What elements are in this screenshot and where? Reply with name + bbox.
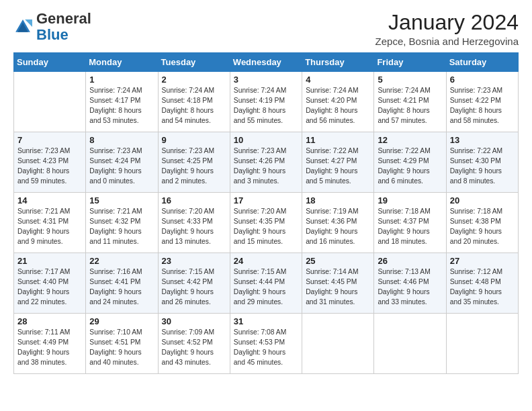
day-detail: Sunrise: 7:10 AMSunset: 4:51 PMDaylight:… (89, 328, 154, 368)
logo-blue: Blue (36, 26, 69, 43)
day-cell: 10Sunrise: 7:23 AMSunset: 4:26 PMDayligh… (230, 132, 302, 193)
day-cell: 30Sunrise: 7:09 AMSunset: 4:52 PMDayligh… (158, 314, 230, 374)
week-row-4: 28Sunrise: 7:11 AMSunset: 4:49 PMDayligh… (14, 314, 519, 374)
day-number: 6 (450, 75, 515, 85)
day-detail: Sunrise: 7:24 AMSunset: 4:21 PMDaylight:… (378, 86, 442, 126)
day-cell: 25Sunrise: 7:14 AMSunset: 4:45 PMDayligh… (302, 253, 374, 314)
day-cell: 13Sunrise: 7:22 AMSunset: 4:30 PMDayligh… (446, 132, 518, 193)
day-cell: 24Sunrise: 7:15 AMSunset: 4:44 PMDayligh… (230, 253, 302, 314)
day-number: 24 (234, 256, 298, 266)
day-cell: 29Sunrise: 7:10 AMSunset: 4:51 PMDayligh… (86, 314, 158, 374)
day-number: 12 (378, 135, 442, 145)
day-number: 10 (234, 135, 298, 145)
day-detail: Sunrise: 7:21 AMSunset: 4:31 PMDaylight:… (17, 207, 82, 247)
day-number: 25 (306, 256, 370, 266)
day-detail: Sunrise: 7:18 AMSunset: 4:37 PMDaylight:… (378, 207, 442, 247)
day-number: 16 (162, 195, 226, 205)
day-cell: 28Sunrise: 7:11 AMSunset: 4:49 PMDayligh… (14, 314, 86, 374)
col-thursday: Thursday (302, 53, 374, 72)
day-number: 17 (234, 195, 298, 205)
day-number: 5 (378, 75, 442, 85)
logo: General Blue (13, 11, 91, 43)
calendar-body: 1Sunrise: 7:24 AMSunset: 4:17 PMDaylight… (14, 72, 519, 374)
day-cell: 20Sunrise: 7:18 AMSunset: 4:38 PMDayligh… (446, 193, 518, 253)
day-detail: Sunrise: 7:08 AMSunset: 4:53 PMDaylight:… (234, 328, 298, 368)
day-number: 2 (162, 75, 226, 85)
day-detail: Sunrise: 7:22 AMSunset: 4:29 PMDaylight:… (378, 146, 442, 187)
day-cell: 15Sunrise: 7:21 AMSunset: 4:32 PMDayligh… (86, 193, 158, 253)
day-cell: 26Sunrise: 7:13 AMSunset: 4:46 PMDayligh… (374, 253, 446, 314)
day-cell: 8Sunrise: 7:23 AMSunset: 4:24 PMDaylight… (86, 132, 158, 193)
col-tuesday: Tuesday (158, 53, 230, 72)
day-cell: 21Sunrise: 7:17 AMSunset: 4:40 PMDayligh… (14, 253, 86, 314)
day-detail: Sunrise: 7:24 AMSunset: 4:20 PMDaylight:… (306, 86, 370, 126)
week-row-1: 7Sunrise: 7:23 AMSunset: 4:23 PMDaylight… (14, 132, 519, 193)
day-detail: Sunrise: 7:23 AMSunset: 4:22 PMDaylight:… (450, 86, 515, 126)
week-row-3: 21Sunrise: 7:17 AMSunset: 4:40 PMDayligh… (14, 253, 519, 314)
day-detail: Sunrise: 7:22 AMSunset: 4:30 PMDaylight:… (450, 146, 515, 187)
day-number: 29 (89, 316, 154, 326)
day-cell: 7Sunrise: 7:23 AMSunset: 4:23 PMDaylight… (14, 132, 86, 193)
day-detail: Sunrise: 7:23 AMSunset: 4:26 PMDaylight:… (234, 146, 298, 187)
col-wednesday: Wednesday (230, 53, 302, 72)
day-detail: Sunrise: 7:17 AMSunset: 4:40 PMDaylight:… (17, 267, 82, 308)
day-cell: 6Sunrise: 7:23 AMSunset: 4:22 PMDaylight… (446, 72, 518, 132)
header-row: Sunday Monday Tuesday Wednesday Thursday… (14, 53, 519, 72)
day-number: 3 (234, 75, 298, 85)
day-cell: 19Sunrise: 7:18 AMSunset: 4:37 PMDayligh… (374, 193, 446, 253)
day-number: 23 (162, 256, 226, 266)
day-detail: Sunrise: 7:19 AMSunset: 4:36 PMDaylight:… (306, 207, 370, 247)
day-cell: 11Sunrise: 7:22 AMSunset: 4:27 PMDayligh… (302, 132, 374, 193)
day-cell: 22Sunrise: 7:16 AMSunset: 4:41 PMDayligh… (86, 253, 158, 314)
col-friday: Friday (374, 53, 446, 72)
day-cell: 4Sunrise: 7:24 AMSunset: 4:20 PMDaylight… (302, 72, 374, 132)
day-number: 14 (17, 195, 82, 205)
day-number: 8 (89, 135, 154, 145)
day-number: 27 (450, 256, 515, 266)
page: General Blue January 2024 Zepce, Bosnia … (0, 0, 532, 385)
day-detail: Sunrise: 7:15 AMSunset: 4:42 PMDaylight:… (162, 267, 226, 308)
calendar-header: Sunday Monday Tuesday Wednesday Thursday… (14, 53, 519, 72)
day-detail: Sunrise: 7:12 AMSunset: 4:48 PMDaylight:… (450, 267, 515, 308)
day-number: 4 (306, 75, 370, 85)
day-detail: Sunrise: 7:21 AMSunset: 4:32 PMDaylight:… (89, 207, 154, 247)
location-subtitle: Zepce, Bosnia and Herzegovina (375, 36, 519, 47)
day-number: 7 (17, 135, 82, 145)
day-cell (446, 314, 518, 374)
day-cell (302, 314, 374, 374)
day-detail: Sunrise: 7:15 AMSunset: 4:44 PMDaylight:… (234, 267, 298, 308)
day-detail: Sunrise: 7:11 AMSunset: 4:49 PMDaylight:… (17, 328, 82, 368)
day-detail: Sunrise: 7:13 AMSunset: 4:46 PMDaylight:… (378, 267, 442, 308)
day-number: 1 (89, 75, 154, 85)
day-cell: 18Sunrise: 7:19 AMSunset: 4:36 PMDayligh… (302, 193, 374, 253)
day-detail: Sunrise: 7:24 AMSunset: 4:19 PMDaylight:… (234, 86, 298, 126)
day-number: 19 (378, 195, 442, 205)
day-number: 28 (17, 316, 82, 326)
day-cell: 5Sunrise: 7:24 AMSunset: 4:21 PMDaylight… (374, 72, 446, 132)
day-detail: Sunrise: 7:09 AMSunset: 4:52 PMDaylight:… (162, 328, 226, 368)
day-cell: 12Sunrise: 7:22 AMSunset: 4:29 PMDayligh… (374, 132, 446, 193)
day-cell: 16Sunrise: 7:20 AMSunset: 4:33 PMDayligh… (158, 193, 230, 253)
day-detail: Sunrise: 7:23 AMSunset: 4:24 PMDaylight:… (89, 146, 154, 187)
col-sunday: Sunday (14, 53, 86, 72)
day-cell: 3Sunrise: 7:24 AMSunset: 4:19 PMDaylight… (230, 72, 302, 132)
day-cell: 1Sunrise: 7:24 AMSunset: 4:17 PMDaylight… (86, 72, 158, 132)
title-block: January 2024 Zepce, Bosnia and Herzegovi… (375, 11, 519, 47)
col-saturday: Saturday (446, 53, 518, 72)
day-number: 18 (306, 195, 370, 205)
day-cell: 9Sunrise: 7:23 AMSunset: 4:25 PMDaylight… (158, 132, 230, 193)
day-detail: Sunrise: 7:20 AMSunset: 4:33 PMDaylight:… (162, 207, 226, 247)
day-cell: 31Sunrise: 7:08 AMSunset: 4:53 PMDayligh… (230, 314, 302, 374)
logo-text: General Blue (36, 11, 91, 43)
logo-general: General (36, 10, 91, 27)
day-cell (374, 314, 446, 374)
col-monday: Monday (86, 53, 158, 72)
day-number: 13 (450, 135, 515, 145)
day-number: 20 (450, 195, 515, 205)
day-number: 9 (162, 135, 226, 145)
calendar-table: Sunday Monday Tuesday Wednesday Thursday… (13, 52, 519, 374)
day-cell: 2Sunrise: 7:24 AMSunset: 4:18 PMDaylight… (158, 72, 230, 132)
day-detail: Sunrise: 7:23 AMSunset: 4:25 PMDaylight:… (162, 146, 226, 187)
day-cell: 17Sunrise: 7:20 AMSunset: 4:35 PMDayligh… (230, 193, 302, 253)
day-detail: Sunrise: 7:16 AMSunset: 4:41 PMDaylight:… (89, 267, 154, 308)
